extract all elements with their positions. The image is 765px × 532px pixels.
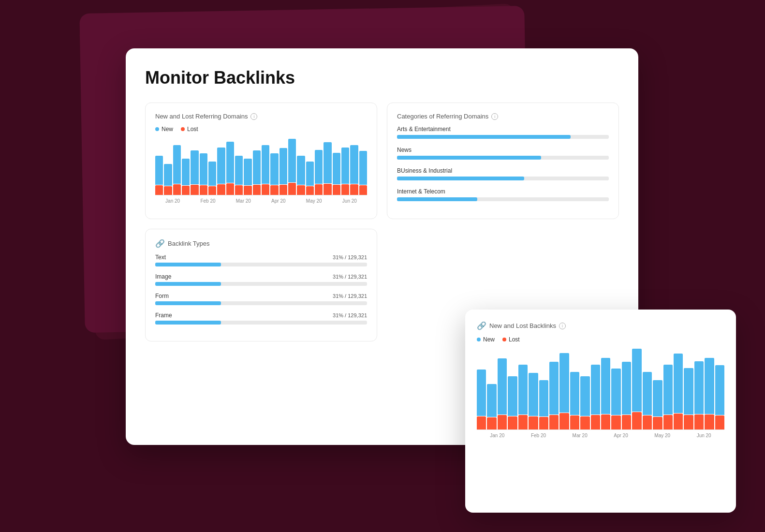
chart3-types: Text31% / 129,321Image31% / 129,321Form3… (155, 254, 367, 325)
progress-bar-bg (155, 263, 367, 266)
bar-red (539, 417, 548, 429)
x-label: Jun 20 (697, 433, 711, 438)
bar-red (226, 183, 234, 195)
chart4-info-icon[interactable]: i (559, 323, 566, 329)
bar-blue (341, 148, 349, 184)
bar-group (580, 376, 589, 429)
bar-blue (632, 349, 641, 412)
bar-group (350, 145, 358, 195)
bar-group (324, 142, 331, 195)
bar-group (508, 376, 517, 429)
bar-blue (694, 361, 704, 414)
bar-red (674, 414, 683, 429)
category-item: BUsiness & Industrial (397, 167, 609, 180)
bar-red (570, 415, 579, 429)
backlink-type-header: Frame31% / 129,321 (155, 312, 367, 319)
bar-blue (164, 164, 172, 186)
chart-categories-referring: Categories of Referring Domains i Arts &… (387, 103, 619, 219)
bar-red (653, 417, 662, 429)
bar-red (643, 415, 652, 429)
backlink-type-item: Image31% / 129,321 (155, 273, 367, 286)
x-label: Mar 20 (573, 433, 588, 438)
x-label: Apr 20 (271, 198, 285, 204)
bar-red (200, 185, 207, 195)
bar-red (288, 183, 296, 195)
bar-group (477, 369, 486, 429)
category-name: BUsiness & Industrial (397, 167, 609, 174)
bar-group (622, 362, 631, 429)
bar-group (674, 354, 683, 429)
bar-group (715, 365, 724, 429)
bar-blue (324, 142, 331, 183)
bar-blue (244, 159, 251, 185)
backlink-type-value: 31% / 129,321 (333, 274, 367, 280)
x-label: Feb 20 (531, 433, 546, 438)
chart1-info-icon[interactable]: i (250, 113, 257, 120)
backlink-type-value: 31% / 129,321 (333, 312, 367, 318)
bar-group (333, 153, 340, 195)
bar-group (244, 159, 251, 195)
bar-red (208, 186, 216, 195)
bar-blue (705, 358, 714, 414)
bar-red (549, 415, 559, 429)
bar-blue (508, 376, 517, 416)
bar-blue (529, 373, 538, 416)
bar-blue (297, 156, 305, 185)
chart1-legend-lost: Lost (181, 126, 198, 133)
bar-group (694, 361, 704, 429)
bar-group (155, 156, 163, 195)
bar-red (694, 414, 704, 429)
charts-grid: New and Lost Referring Domains i New Los… (145, 103, 619, 341)
bar-red (270, 185, 278, 195)
backlink-type-value: 31% / 129,321 (333, 254, 367, 260)
bar-blue (518, 365, 528, 414)
bar-group (262, 145, 269, 195)
chart1-title-row: New and Lost Referring Domains i (155, 113, 367, 120)
chart3-link-icon: 🔗 (155, 239, 165, 248)
bar-group (226, 142, 234, 195)
category-item: Arts & Entertainment (397, 126, 609, 139)
x-label: Jun 20 (342, 198, 357, 204)
bar-group (288, 139, 296, 195)
legend-new-label: New (162, 126, 173, 133)
bar-group (591, 365, 600, 429)
progress-bar-fill (155, 321, 221, 325)
bar-red (559, 413, 569, 429)
bar-group (235, 156, 243, 195)
bar-blue (191, 150, 198, 184)
bar-red (341, 184, 349, 195)
progress-bar-bg (397, 197, 609, 201)
bar-blue (217, 148, 225, 184)
x-label: May 20 (654, 433, 670, 438)
bar-red (715, 415, 724, 429)
backlink-type-item: Text31% / 129,321 (155, 254, 367, 266)
chart4-legend-lost-label: Lost (509, 336, 520, 343)
chart4-x-labels: Jan 20Feb 20Mar 20Apr 20May 20Jun 20 (477, 433, 724, 438)
legend-lost-label: Lost (187, 126, 198, 133)
bar-group (306, 162, 314, 195)
bar-blue (611, 369, 620, 415)
chart4-legend: New Lost (477, 336, 724, 343)
bar-red (601, 414, 610, 429)
bar-blue (182, 159, 190, 185)
bar-group (217, 148, 225, 195)
chart4-bars-container: Jan 20Feb 20Mar 20Apr 20May 20Jun 20 (477, 348, 724, 444)
bar-red (591, 415, 600, 429)
bar-group (539, 380, 548, 429)
progress-bar-fill (155, 282, 221, 286)
chart1-legend: New Lost (155, 126, 367, 133)
chart2-info-icon[interactable]: i (491, 113, 498, 120)
chart4-legend-lost: Lost (502, 336, 520, 343)
progress-bar-bg (397, 156, 609, 160)
bar-red (359, 185, 367, 195)
bar-blue (173, 145, 181, 184)
bar-red (280, 185, 287, 195)
bar-group (191, 150, 198, 195)
bar-blue (601, 358, 610, 414)
bar-red (217, 184, 225, 195)
bar-red (477, 416, 486, 429)
bar-group (529, 373, 538, 429)
backlink-type-name: Form (155, 293, 169, 299)
bar-red (663, 415, 673, 429)
bar-blue (570, 372, 579, 415)
